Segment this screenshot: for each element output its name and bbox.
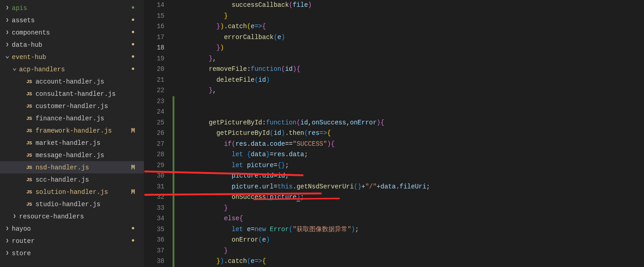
line-number[interactable]: 17 xyxy=(144,32,173,43)
folder-event-hub[interactable]: ⌄event-hub• xyxy=(0,51,144,63)
folder-apis[interactable]: ❯apis• xyxy=(0,2,144,14)
code-line[interactable]: }, xyxy=(174,85,644,96)
code-line[interactable]: let e=new Error("获取图像数据异常"); xyxy=(174,224,644,235)
line-number[interactable]: 18 xyxy=(144,43,173,54)
git-modified-badge: M xyxy=(129,188,138,196)
chevron-right-icon[interactable]: ❯ xyxy=(4,226,11,232)
code-line[interactable]: getPictureById:function(id,onSuccess,onE… xyxy=(174,118,644,129)
tree-item-label: consultant-handler.js xyxy=(35,90,129,98)
line-number[interactable]: 20 xyxy=(144,64,173,75)
line-number[interactable]: 25 xyxy=(144,118,173,129)
line-number[interactable]: 27 xyxy=(144,139,173,150)
chevron-right-icon[interactable]: ❯ xyxy=(4,42,11,48)
folder-acp-handlers[interactable]: ⌄acp-handlers• xyxy=(0,63,144,75)
code-line[interactable]: deleteFile(id) xyxy=(174,75,644,86)
chevron-right-icon[interactable]: ❯ xyxy=(4,5,11,11)
line-number[interactable]: 26 xyxy=(144,128,173,139)
chevron-right-icon[interactable]: ❯ xyxy=(4,238,11,244)
file-scc-handler-js[interactable]: JSscc-handler.js xyxy=(0,173,144,186)
js-file-icon: JS xyxy=(26,128,32,134)
line-number[interactable]: 33 xyxy=(144,203,173,214)
code-line[interactable]: }) xyxy=(174,43,644,54)
file-market-handler-js[interactable]: JSmarket-handler.js xyxy=(0,137,144,149)
chevron-right-icon[interactable]: ❯ xyxy=(4,30,11,35)
chevron-right-icon[interactable]: ❯ xyxy=(4,250,11,256)
line-number[interactable]: 31 xyxy=(144,182,173,193)
line-number[interactable]: 22 xyxy=(144,85,173,96)
js-file-icon: JS xyxy=(26,202,32,207)
file-nsd-handler-js[interactable]: JSnsd-handler.jsM xyxy=(0,161,144,173)
code-line[interactable]: }).catch(e=>{ xyxy=(174,21,644,32)
folder-components[interactable]: ❯components• xyxy=(0,26,144,39)
file-account-handler-js[interactable]: JSaccount-handler.js xyxy=(0,75,144,88)
line-number[interactable]: 34 xyxy=(144,213,173,224)
code-line[interactable]: else{ xyxy=(174,213,644,224)
code-line[interactable]: errorCallback(e) xyxy=(174,32,644,43)
git-modified-badge: M xyxy=(129,164,138,171)
line-number[interactable]: 14 xyxy=(144,0,173,11)
file-consultant-handler-js[interactable]: JSconsultant-handler.js xyxy=(0,88,144,100)
tree-item-label: hayoo xyxy=(12,225,129,232)
js-file-icon: JS xyxy=(26,189,32,195)
line-number[interactable]: 32 xyxy=(144,192,173,203)
line-number[interactable]: 16 xyxy=(144,21,173,32)
file-studio-handler-js[interactable]: JSstudio-handler.js xyxy=(0,198,144,210)
line-number[interactable]: 36 xyxy=(144,235,173,246)
line-number[interactable]: 28 xyxy=(144,149,173,160)
line-number[interactable]: 29 xyxy=(144,160,173,171)
code-line[interactable]: if(res.data.code=="SUCCESS"){ xyxy=(174,139,644,150)
line-number[interactable]: 37 xyxy=(144,246,173,257)
line-number-gutter: 1415161718192021222324252627282930313233… xyxy=(144,0,173,267)
tree-item-label: framework-handler.js xyxy=(35,127,129,134)
file-finance-handler-js[interactable]: JSfinance-handler.js xyxy=(0,112,144,124)
file-explorer[interactable]: ❯apis•❯assets•❯components•❯data-hub•⌄eve… xyxy=(0,0,144,267)
chevron-down-icon[interactable]: ⌄ xyxy=(4,53,11,62)
line-number[interactable]: 30 xyxy=(144,171,173,182)
line-number[interactable]: 35 xyxy=(144,224,173,235)
code-line[interactable]: } xyxy=(174,246,644,257)
code-editor[interactable]: 1415161718192021222324252627282930313233… xyxy=(144,0,644,267)
code-line[interactable]: getPictureById(id).then(res=>{ xyxy=(174,128,644,139)
code-line[interactable]: onError(e) xyxy=(174,235,644,246)
code-line[interactable]: let picture={}; xyxy=(174,160,644,171)
chevron-right-icon[interactable]: ❯ xyxy=(11,213,18,219)
js-file-icon: JS xyxy=(26,104,32,109)
folder-data-hub[interactable]: ❯data-hub• xyxy=(0,39,144,51)
line-number[interactable]: 19 xyxy=(144,54,173,64)
line-number[interactable]: 21 xyxy=(144,75,173,86)
code-line[interactable] xyxy=(174,107,644,118)
code-line[interactable]: }, xyxy=(174,54,644,64)
code-line[interactable]: } xyxy=(174,11,644,22)
code-area[interactable]: successCallback(file) } }).catch(e=>{ er… xyxy=(174,0,644,267)
git-modified-badge: M xyxy=(129,127,138,134)
code-line[interactable]: }).catch(e=>{ xyxy=(174,256,644,267)
code-line[interactable]: } xyxy=(174,203,644,214)
file-framework-handler-js[interactable]: JSframework-handler.jsM xyxy=(0,124,144,137)
git-new-dot: • xyxy=(129,4,138,12)
code-line[interactable]: picture.url=this.getNsdServerUri()+"/"+d… xyxy=(174,182,644,193)
line-number[interactable]: 23 xyxy=(144,96,173,107)
file-customer-handler-js[interactable]: JScustomer-handler.js xyxy=(0,100,144,112)
code-line[interactable]: onSuccess(picture); xyxy=(174,192,644,203)
tree-item-label: scc-handler.js xyxy=(35,176,129,183)
chevron-down-icon[interactable]: ⌄ xyxy=(11,65,18,74)
folder-router[interactable]: ❯router• xyxy=(0,235,144,247)
code-line[interactable] xyxy=(174,96,644,107)
folder-store[interactable]: ❯store xyxy=(0,247,144,259)
folder-resource-handlers[interactable]: ❯resource-handlers xyxy=(0,210,144,222)
tree-item-label: nsd-handler.js xyxy=(35,164,129,171)
folder-assets[interactable]: ❯assets• xyxy=(0,14,144,26)
folder-hayoo[interactable]: ❯hayoo• xyxy=(0,222,144,235)
file-message-handler-js[interactable]: JSmessage-handler.js xyxy=(0,149,144,161)
line-number[interactable]: 15 xyxy=(144,11,173,22)
code-line[interactable]: successCallback(file) xyxy=(174,0,644,11)
code-line[interactable]: let {data}=res.data; xyxy=(174,149,644,160)
chevron-right-icon[interactable]: ❯ xyxy=(4,17,11,23)
git-dirty-dot: • xyxy=(129,41,138,49)
line-number[interactable]: 38 xyxy=(144,256,173,267)
file-solution-handler-js[interactable]: JSsolution-handler.jsM xyxy=(0,186,144,198)
git-dirty-dot: • xyxy=(129,53,138,61)
code-line[interactable]: removeFile:function(id){ xyxy=(174,64,644,75)
line-number[interactable]: 24 xyxy=(144,107,173,118)
code-line[interactable]: picture.uid=id; xyxy=(174,171,644,182)
